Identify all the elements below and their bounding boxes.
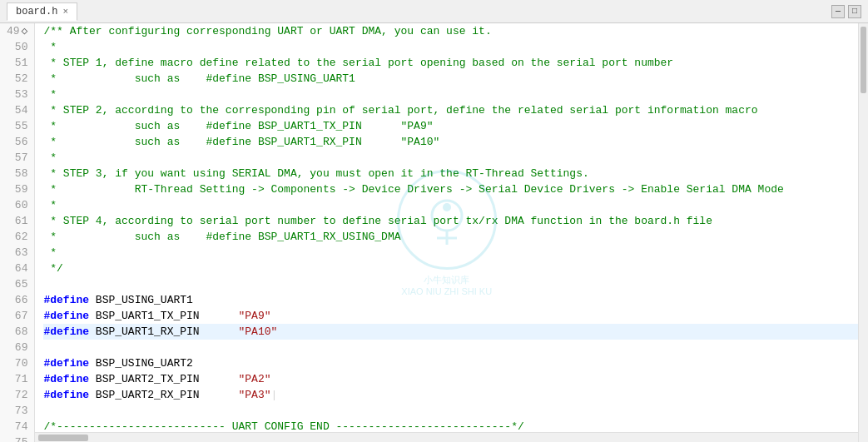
line-number: 55: [7, 118, 27, 134]
line-number: 61: [7, 213, 27, 229]
line-number: 68: [7, 324, 27, 340]
code-line: [43, 403, 858, 419]
line-number: 54: [7, 102, 27, 118]
tab-label: board.h: [16, 6, 57, 17]
code-line: #define BSP_UART2_RX_PIN "PA3"|: [43, 387, 858, 403]
horizontal-scrollbar[interactable]: [35, 432, 858, 442]
line-number: 74: [7, 419, 27, 435]
line-number: 57: [7, 150, 27, 166]
code-line: *: [43, 197, 858, 213]
code-line: *: [43, 39, 858, 55]
code-line: *: [43, 87, 858, 102]
code-line: *: [43, 150, 858, 166]
code-line: * such as #define BSP_USING_UART1: [43, 71, 858, 87]
line-number: 65: [7, 276, 27, 292]
code-line: /** After configuring corresponding UART…: [43, 23, 858, 39]
line-number: 56: [7, 134, 27, 150]
code-area[interactable]: /** After configuring corresponding UART…: [35, 23, 858, 432]
line-number: 49◇: [7, 23, 27, 39]
vertical-scrollbar[interactable]: [858, 23, 868, 442]
line-number: 63: [7, 245, 27, 261]
code-line: #define BSP_UART1_RX_PIN "PA10": [43, 324, 858, 340]
code-line: */: [43, 261, 858, 276]
code-line: * such as #define BSP_UART1_TX_PIN "PA9": [43, 118, 858, 134]
line-number: 66: [7, 292, 27, 308]
line-number: 59: [7, 181, 27, 197]
code-line: #define BSP_USING_UART2: [43, 355, 858, 371]
editor-area: 49◇5051525354555657585960616263646566676…: [0, 23, 868, 442]
code-line: #define BSP_UART1_TX_PIN "PA9": [43, 308, 858, 324]
line-number: 75: [7, 435, 27, 442]
line-number: 73: [7, 403, 27, 419]
file-tab[interactable]: board.h ×: [7, 2, 77, 21]
line-number: 70: [7, 355, 27, 371]
code-line: #define BSP_USING_UART1: [43, 292, 858, 308]
window-controls: — □: [831, 5, 861, 18]
code-line: [43, 340, 858, 355]
line-number: 71: [7, 371, 27, 387]
line-number: 69: [7, 340, 27, 355]
line-number: 53: [7, 87, 27, 102]
code-line: *: [43, 245, 858, 261]
line-number: 60: [7, 197, 27, 213]
code-line: * RT-Thread Setting -> Components -> Dev…: [43, 181, 858, 197]
line-number: 58: [7, 166, 27, 181]
line-number: 62: [7, 229, 27, 245]
h-scroll-thumb[interactable]: [38, 435, 88, 441]
code-line: * STEP 2, according to the corresponding…: [43, 102, 858, 118]
line-numbers: 49◇5051525354555657585960616263646566676…: [0, 23, 35, 442]
code-line: [43, 276, 858, 292]
code-line: #define BSP_UART2_TX_PIN "PA2": [43, 371, 858, 387]
line-number: 64: [7, 261, 27, 276]
title-bar: board.h × — □: [0, 0, 868, 23]
line-number: 72: [7, 387, 27, 403]
main-window: board.h × — □ 49◇50515253545556575859606…: [0, 0, 868, 442]
code-line: * STEP 1, define macro define related to…: [43, 55, 858, 71]
line-number: 50: [7, 39, 27, 55]
code-line: /*-------------------------- UART CONFIG…: [43, 419, 858, 432]
bottom-bar: [35, 432, 858, 442]
minimize-button[interactable]: —: [831, 5, 845, 18]
code-line: * STEP 3, if you want using SERIAL DMA, …: [43, 166, 858, 181]
tab-close-button[interactable]: ×: [62, 7, 68, 17]
maximize-button[interactable]: □: [848, 5, 861, 18]
code-line: * such as #define BSP_UART1_RX_USING_DMA: [43, 229, 858, 245]
code-line: * STEP 4, according to serial port numbe…: [43, 213, 858, 229]
line-number: 51: [7, 55, 27, 71]
line-number: 67: [7, 308, 27, 324]
code-line: * such as #define BSP_UART1_RX_PIN "PA10…: [43, 134, 858, 150]
line-number: 52: [7, 71, 27, 87]
v-scroll-thumb[interactable]: [861, 27, 866, 93]
